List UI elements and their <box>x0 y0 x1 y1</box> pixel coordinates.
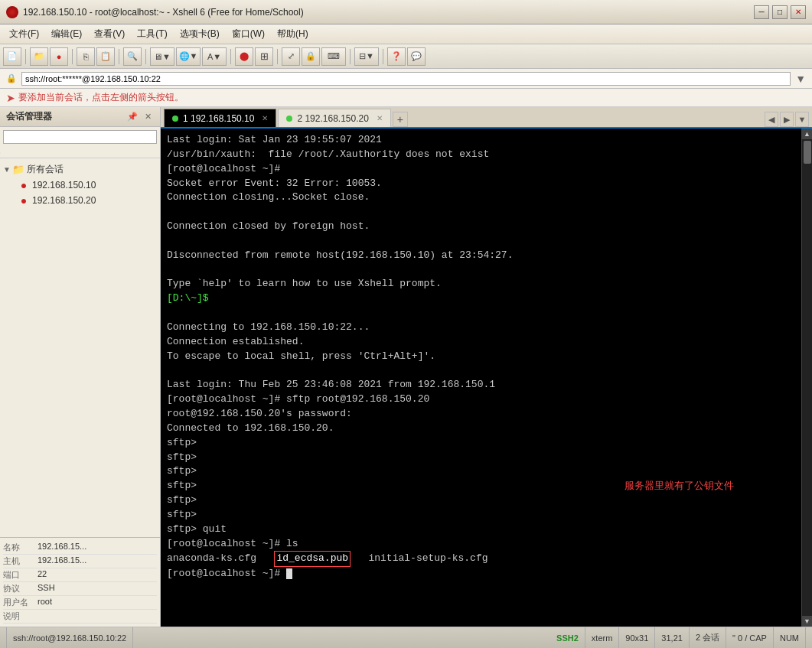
infobar: ➤ 要添加当前会话，点击左侧的箭头按钮。 <box>0 89 812 107</box>
term-line-24: sftp> <box>167 464 795 479</box>
status-ssh2: SSH2 <box>550 627 585 648</box>
tab-nav-left[interactable]: ◀ <box>765 112 778 127</box>
term-line-10 <box>167 263 795 278</box>
tb-lock[interactable]: 🔒 <box>302 47 320 66</box>
info-text: 要添加当前会话，点击左侧的箭头按钮。 <box>18 91 184 104</box>
tree-root-label: 所有会话 <box>27 163 64 176</box>
cursor <box>286 568 292 579</box>
status-coords: 31,21 <box>655 627 690 648</box>
tab-add-button[interactable]: + <box>393 112 408 127</box>
tb-help[interactable]: ❓ <box>387 47 406 66</box>
addressbar: 🔒 ▼ <box>0 69 812 89</box>
term-line-29: [root@localhost ~]# ls <box>167 537 795 552</box>
term-line-14: Connecting to 192.168.150.10:22... <box>167 321 795 335</box>
tab-2[interactable]: 2 192.168.150.20 ✕ <box>278 109 390 127</box>
tab-nav-right[interactable]: ▶ <box>780 112 794 127</box>
tab-1-close[interactable]: ✕ <box>262 114 268 122</box>
addr-lock-icon: 🔒 <box>6 73 17 83</box>
tree-root-item[interactable]: ▼ 📁 所有会话 <box>0 161 160 177</box>
tb-font[interactable]: A▼ <box>202 47 227 66</box>
sidebar-header: 会话管理器 📌 ✕ <box>0 107 160 127</box>
tb-connect[interactable]: ● <box>50 47 68 66</box>
sidebar-close-icon[interactable]: ✕ <box>142 111 154 123</box>
tb-keyboard[interactable]: ⌨ <box>321 47 346 66</box>
app-icon <box>6 6 18 18</box>
scroll-down-arrow[interactable]: ▼ <box>802 616 813 627</box>
prop-key-name: 名称 <box>3 542 38 553</box>
tb-pdm[interactable]: ⊞ <box>255 47 273 66</box>
tree-toggle-icon: ▼ <box>3 165 11 174</box>
term-line-17 <box>167 364 795 379</box>
tab-2-close[interactable]: ✕ <box>377 114 383 122</box>
tab-nav: ◀ ▶ ▼ <box>765 112 809 127</box>
tb-layout[interactable]: ⊟▼ <box>354 47 379 66</box>
tb-copy[interactable]: ⎘ <box>77 47 95 66</box>
minimize-button[interactable]: ─ <box>754 5 769 19</box>
tb-paste[interactable]: 📋 <box>96 47 115 66</box>
menu-edit[interactable]: 编辑(E) <box>45 26 88 42</box>
prop-key-user: 用户名 <box>3 597 38 608</box>
tab-bar: 1 192.168.150.10 ✕ 2 192.168.150.20 ✕ + … <box>161 107 812 129</box>
tb-sep-3 <box>119 49 119 64</box>
tb-fullscreen[interactable]: ⤢ <box>282 47 300 66</box>
sidebar-search-input[interactable] <box>3 130 157 144</box>
term-line-2: /usr/bin/xauth: file /root/.Xauthority d… <box>167 148 795 162</box>
toolbar: 📄 📁 ● ⎘ 📋 🔍 🖥▼ 🌐▼ A▼ ⬤ ⊞ ⤢ 🔒 ⌨ ⊟▼ ❓ 💬 <box>0 44 812 69</box>
menu-tab[interactable]: 选项卡(B) <box>174 26 226 42</box>
tb-network[interactable]: 🌐▼ <box>176 47 201 66</box>
term-line-15: Connection established. <box>167 335 795 350</box>
term-line-9: Disconnected from remote host(192.168.15… <box>167 249 795 263</box>
tab-nav-menu[interactable]: ▼ <box>795 112 809 127</box>
term-line-16: To escape to local shell, press 'Ctrl+Al… <box>167 350 795 364</box>
tb-find[interactable]: 🔍 <box>123 47 142 66</box>
tb-session[interactable]: 🖥▼ <box>150 47 174 66</box>
session-label-1: 192.168.150.10 <box>32 180 96 190</box>
tb-red-icon[interactable]: ⬤ <box>235 47 253 66</box>
maximize-button[interactable]: □ <box>772 5 788 19</box>
term-line-4: Socket error Event: 32 Error: 10053. <box>167 177 795 191</box>
folder-icon: 📁 <box>12 164 24 175</box>
scroll-thumb[interactable] <box>804 141 811 164</box>
prop-user: 用户名 root <box>3 596 157 610</box>
status-ssh-text: ssh://root@192.168.150.10:22 <box>13 633 126 643</box>
address-input[interactable] <box>21 72 791 86</box>
session-item-1[interactable]: ● 192.168.150.10 <box>15 177 160 193</box>
term-line-28: sftp> quit <box>167 523 795 537</box>
menu-window[interactable]: 窗口(W) <box>226 26 271 42</box>
properties-panel: 名称 192.168.15... 主机 192.168.15... 端口 22 … <box>0 537 160 627</box>
terminal[interactable]: Last login: Sat Jan 23 19:55:07 2021 /us… <box>161 129 801 627</box>
term-line-21: Connected to 192.168.150.20. <box>167 422 795 436</box>
menu-help[interactable]: 帮助(H) <box>271 26 315 42</box>
session-item-2[interactable]: ● 192.168.150.20 <box>15 193 160 208</box>
status-size: 90x31 <box>619 627 655 648</box>
session-dot-1: ● <box>18 180 29 190</box>
scroll-up-arrow[interactable]: ▲ <box>802 129 813 139</box>
sidebar-pin-icon[interactable]: 📌 <box>126 111 139 123</box>
term-sftp-line: sftp> <box>167 479 203 493</box>
tb-sep-6 <box>277 49 278 64</box>
status-sessions: 2 会话 <box>690 627 726 648</box>
tb-open[interactable]: 📁 <box>30 47 48 66</box>
menu-tools[interactable]: 工具(T) <box>131 26 173 42</box>
terminal-scrollbar[interactable]: ▲ ▼ <box>801 129 812 627</box>
tb-sep-1 <box>25 49 26 64</box>
session-label-2: 192.168.150.20 <box>32 195 96 206</box>
term-line-26: sftp> <box>167 493 795 508</box>
scroll-track[interactable] <box>803 139 812 616</box>
menubar: 文件(F) 编辑(E) 查看(V) 工具(T) 选项卡(B) 窗口(W) 帮助(… <box>0 24 812 44</box>
status-size-label: 90x31 <box>625 633 648 643</box>
addr-dropdown-icon[interactable]: ▼ <box>795 73 806 85</box>
titlebar: 192.168.150.10 - root@localhost:~ - Xshe… <box>0 0 812 24</box>
close-button[interactable]: ✕ <box>791 5 806 19</box>
tab-1[interactable]: 1 192.168.150.10 ✕ <box>164 109 276 127</box>
tb-new-session[interactable]: 📄 <box>3 47 21 66</box>
prop-key-host: 主机 <box>3 555 38 567</box>
term-line-1: Last login: Sat Jan 23 19:55:07 2021 <box>167 133 795 148</box>
term-line-12: [D:\~]$ <box>167 291 795 306</box>
prop-key-protocol: 协议 <box>3 583 38 594</box>
terminal-wrapper: Last login: Sat Jan 23 19:55:07 2021 /us… <box>161 129 812 627</box>
menu-view[interactable]: 查看(V) <box>88 26 131 42</box>
tb-chat[interactable]: 💬 <box>407 47 426 66</box>
menu-file[interactable]: 文件(F) <box>3 26 45 42</box>
prop-name: 名称 192.168.15... <box>3 541 157 555</box>
